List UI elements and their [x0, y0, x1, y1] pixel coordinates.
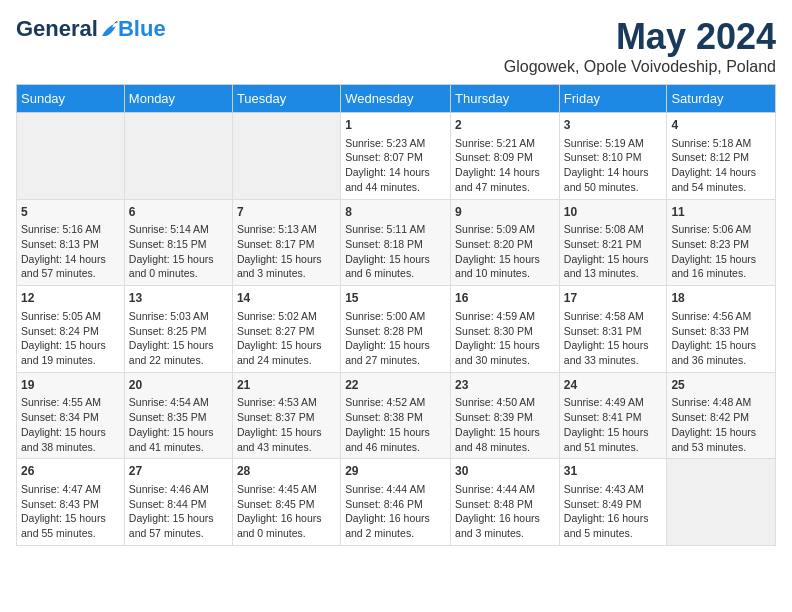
day-info: Sunrise: 4:45 AM Sunset: 8:45 PM Dayligh…	[237, 482, 336, 541]
location-subtitle: Glogowek, Opole Voivodeship, Poland	[504, 58, 776, 76]
day-number: 19	[21, 377, 120, 394]
day-info: Sunrise: 4:52 AM Sunset: 8:38 PM Dayligh…	[345, 395, 446, 454]
day-number: 22	[345, 377, 446, 394]
day-number: 12	[21, 290, 120, 307]
day-info: Sunrise: 5:16 AM Sunset: 8:13 PM Dayligh…	[21, 222, 120, 281]
day-info: Sunrise: 4:43 AM Sunset: 8:49 PM Dayligh…	[564, 482, 663, 541]
calendar-cell	[667, 459, 776, 546]
calendar-cell: 8Sunrise: 5:11 AM Sunset: 8:18 PM Daylig…	[341, 199, 451, 286]
calendar-cell: 10Sunrise: 5:08 AM Sunset: 8:21 PM Dayli…	[559, 199, 667, 286]
day-number: 17	[564, 290, 663, 307]
day-info: Sunrise: 4:53 AM Sunset: 8:37 PM Dayligh…	[237, 395, 336, 454]
day-number: 25	[671, 377, 771, 394]
day-info: Sunrise: 4:55 AM Sunset: 8:34 PM Dayligh…	[21, 395, 120, 454]
calendar-cell: 29Sunrise: 4:44 AM Sunset: 8:46 PM Dayli…	[341, 459, 451, 546]
day-number: 29	[345, 463, 446, 480]
day-number: 16	[455, 290, 555, 307]
calendar-cell: 26Sunrise: 4:47 AM Sunset: 8:43 PM Dayli…	[17, 459, 125, 546]
day-number: 13	[129, 290, 228, 307]
calendar-cell: 21Sunrise: 4:53 AM Sunset: 8:37 PM Dayli…	[232, 372, 340, 459]
calendar-week-row: 5Sunrise: 5:16 AM Sunset: 8:13 PM Daylig…	[17, 199, 776, 286]
day-header-thursday: Thursday	[451, 85, 560, 113]
day-number: 7	[237, 204, 336, 221]
day-number: 4	[671, 117, 771, 134]
day-number: 11	[671, 204, 771, 221]
day-info: Sunrise: 5:14 AM Sunset: 8:15 PM Dayligh…	[129, 222, 228, 281]
day-number: 5	[21, 204, 120, 221]
day-number: 27	[129, 463, 228, 480]
day-info: Sunrise: 4:50 AM Sunset: 8:39 PM Dayligh…	[455, 395, 555, 454]
day-number: 9	[455, 204, 555, 221]
calendar-cell	[17, 113, 125, 200]
logo-blue-text: Blue	[118, 16, 166, 42]
day-info: Sunrise: 4:59 AM Sunset: 8:30 PM Dayligh…	[455, 309, 555, 368]
day-header-tuesday: Tuesday	[232, 85, 340, 113]
day-info: Sunrise: 5:18 AM Sunset: 8:12 PM Dayligh…	[671, 136, 771, 195]
calendar-header-row: SundayMondayTuesdayWednesdayThursdayFrid…	[17, 85, 776, 113]
calendar-cell: 9Sunrise: 5:09 AM Sunset: 8:20 PM Daylig…	[451, 199, 560, 286]
day-header-wednesday: Wednesday	[341, 85, 451, 113]
calendar-cell: 6Sunrise: 5:14 AM Sunset: 8:15 PM Daylig…	[124, 199, 232, 286]
title-section: May 2024 Glogowek, Opole Voivodeship, Po…	[504, 16, 776, 76]
day-header-monday: Monday	[124, 85, 232, 113]
day-info: Sunrise: 4:47 AM Sunset: 8:43 PM Dayligh…	[21, 482, 120, 541]
day-info: Sunrise: 4:44 AM Sunset: 8:46 PM Dayligh…	[345, 482, 446, 541]
calendar-cell: 3Sunrise: 5:19 AM Sunset: 8:10 PM Daylig…	[559, 113, 667, 200]
logo-general-text: General	[16, 16, 98, 42]
calendar-cell: 25Sunrise: 4:48 AM Sunset: 8:42 PM Dayli…	[667, 372, 776, 459]
calendar-cell: 30Sunrise: 4:44 AM Sunset: 8:48 PM Dayli…	[451, 459, 560, 546]
day-number: 3	[564, 117, 663, 134]
day-info: Sunrise: 5:21 AM Sunset: 8:09 PM Dayligh…	[455, 136, 555, 195]
day-number: 26	[21, 463, 120, 480]
calendar-cell: 2Sunrise: 5:21 AM Sunset: 8:09 PM Daylig…	[451, 113, 560, 200]
day-number: 14	[237, 290, 336, 307]
day-number: 23	[455, 377, 555, 394]
day-number: 10	[564, 204, 663, 221]
calendar-cell: 16Sunrise: 4:59 AM Sunset: 8:30 PM Dayli…	[451, 286, 560, 373]
page-header: General Blue May 2024 Glogowek, Opole Vo…	[16, 16, 776, 76]
calendar-cell: 7Sunrise: 5:13 AM Sunset: 8:17 PM Daylig…	[232, 199, 340, 286]
calendar-cell: 17Sunrise: 4:58 AM Sunset: 8:31 PM Dayli…	[559, 286, 667, 373]
logo: General Blue	[16, 16, 166, 42]
calendar-table: SundayMondayTuesdayWednesdayThursdayFrid…	[16, 84, 776, 546]
day-info: Sunrise: 5:13 AM Sunset: 8:17 PM Dayligh…	[237, 222, 336, 281]
calendar-cell: 12Sunrise: 5:05 AM Sunset: 8:24 PM Dayli…	[17, 286, 125, 373]
day-info: Sunrise: 4:49 AM Sunset: 8:41 PM Dayligh…	[564, 395, 663, 454]
day-info: Sunrise: 5:03 AM Sunset: 8:25 PM Dayligh…	[129, 309, 228, 368]
day-info: Sunrise: 5:08 AM Sunset: 8:21 PM Dayligh…	[564, 222, 663, 281]
day-number: 8	[345, 204, 446, 221]
day-number: 6	[129, 204, 228, 221]
day-number: 30	[455, 463, 555, 480]
day-info: Sunrise: 4:44 AM Sunset: 8:48 PM Dayligh…	[455, 482, 555, 541]
day-info: Sunrise: 5:02 AM Sunset: 8:27 PM Dayligh…	[237, 309, 336, 368]
day-number: 15	[345, 290, 446, 307]
day-number: 1	[345, 117, 446, 134]
calendar-week-row: 19Sunrise: 4:55 AM Sunset: 8:34 PM Dayli…	[17, 372, 776, 459]
day-number: 20	[129, 377, 228, 394]
calendar-week-row: 12Sunrise: 5:05 AM Sunset: 8:24 PM Dayli…	[17, 286, 776, 373]
day-info: Sunrise: 5:00 AM Sunset: 8:28 PM Dayligh…	[345, 309, 446, 368]
calendar-cell: 23Sunrise: 4:50 AM Sunset: 8:39 PM Dayli…	[451, 372, 560, 459]
calendar-week-row: 1Sunrise: 5:23 AM Sunset: 8:07 PM Daylig…	[17, 113, 776, 200]
day-info: Sunrise: 4:56 AM Sunset: 8:33 PM Dayligh…	[671, 309, 771, 368]
calendar-cell: 15Sunrise: 5:00 AM Sunset: 8:28 PM Dayli…	[341, 286, 451, 373]
calendar-cell	[232, 113, 340, 200]
day-info: Sunrise: 4:54 AM Sunset: 8:35 PM Dayligh…	[129, 395, 228, 454]
calendar-cell: 5Sunrise: 5:16 AM Sunset: 8:13 PM Daylig…	[17, 199, 125, 286]
day-info: Sunrise: 4:58 AM Sunset: 8:31 PM Dayligh…	[564, 309, 663, 368]
day-number: 31	[564, 463, 663, 480]
day-info: Sunrise: 5:06 AM Sunset: 8:23 PM Dayligh…	[671, 222, 771, 281]
calendar-cell: 31Sunrise: 4:43 AM Sunset: 8:49 PM Dayli…	[559, 459, 667, 546]
month-title: May 2024	[504, 16, 776, 58]
calendar-cell: 4Sunrise: 5:18 AM Sunset: 8:12 PM Daylig…	[667, 113, 776, 200]
calendar-cell: 1Sunrise: 5:23 AM Sunset: 8:07 PM Daylig…	[341, 113, 451, 200]
calendar-cell: 20Sunrise: 4:54 AM Sunset: 8:35 PM Dayli…	[124, 372, 232, 459]
day-info: Sunrise: 5:23 AM Sunset: 8:07 PM Dayligh…	[345, 136, 446, 195]
day-number: 21	[237, 377, 336, 394]
calendar-cell: 11Sunrise: 5:06 AM Sunset: 8:23 PM Dayli…	[667, 199, 776, 286]
calendar-cell: 22Sunrise: 4:52 AM Sunset: 8:38 PM Dayli…	[341, 372, 451, 459]
day-info: Sunrise: 5:09 AM Sunset: 8:20 PM Dayligh…	[455, 222, 555, 281]
calendar-cell: 28Sunrise: 4:45 AM Sunset: 8:45 PM Dayli…	[232, 459, 340, 546]
day-info: Sunrise: 5:11 AM Sunset: 8:18 PM Dayligh…	[345, 222, 446, 281]
day-number: 24	[564, 377, 663, 394]
